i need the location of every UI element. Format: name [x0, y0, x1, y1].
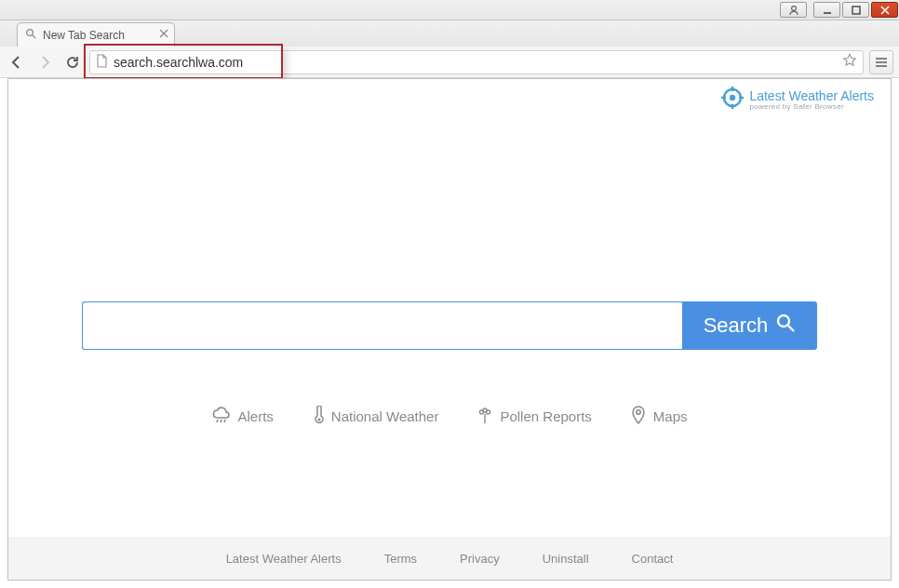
search-input[interactable] [82, 301, 682, 350]
svg-line-6 [33, 35, 35, 38]
thermometer-icon [313, 406, 324, 427]
footer-link[interactable]: Contact [632, 552, 674, 566]
forward-button[interactable] [34, 51, 56, 74]
svg-point-25 [480, 410, 484, 414]
quick-links: Alerts National Weather Pollen Reports M… [211, 406, 687, 427]
page-icon [96, 54, 108, 71]
svg-point-23 [317, 418, 320, 421]
browser-tab[interactable]: New Tab Search [17, 22, 175, 47]
svg-line-20 [217, 420, 218, 422]
svg-line-19 [788, 326, 794, 331]
footer-link[interactable]: Privacy [460, 552, 500, 566]
search-bar: Search [82, 301, 817, 350]
svg-point-0 [791, 6, 796, 10]
brand-logo[interactable]: Latest Weather Alerts powered by Safer B… [721, 87, 874, 113]
svg-point-13 [730, 95, 735, 100]
target-icon [721, 87, 744, 113]
quicklink-label: Pollen Reports [500, 408, 591, 424]
user-icon[interactable] [780, 2, 807, 18]
footer-link[interactable]: Terms [384, 552, 417, 566]
brand-title: Latest Weather Alerts [749, 89, 874, 102]
quicklink-national-weather[interactable]: National Weather [313, 406, 439, 427]
tab-strip: New Tab Search [0, 20, 899, 47]
pin-icon [631, 406, 646, 427]
svg-rect-2 [852, 7, 860, 14]
quicklink-alerts[interactable]: Alerts [211, 407, 273, 426]
cloud-icon [211, 407, 230, 426]
browser-toolbar: search.searchlwa.com [0, 47, 899, 78]
quicklink-label: Maps [653, 408, 688, 424]
close-window-button[interactable] [871, 2, 898, 18]
footer-link[interactable]: Latest Weather Alerts [226, 552, 342, 566]
maximize-button[interactable] [842, 2, 869, 18]
svg-point-5 [27, 29, 34, 35]
search-icon [775, 313, 796, 339]
svg-point-18 [778, 315, 789, 327]
reload-button[interactable] [61, 51, 84, 74]
tab-title: New Tab Search [43, 29, 125, 42]
svg-point-26 [487, 410, 490, 414]
svg-line-22 [224, 420, 225, 422]
close-tab-button[interactable] [159, 28, 168, 41]
search-button-label: Search [704, 314, 769, 338]
search-button[interactable]: Search [682, 301, 817, 350]
footer-link[interactable]: Uninstall [543, 552, 589, 566]
page-content: Latest Weather Alerts powered by Safer B… [7, 78, 892, 581]
brand-subtitle: powered by Safer Browser [749, 102, 874, 111]
quicklink-maps[interactable]: Maps [631, 406, 688, 427]
quicklink-label: National Weather [331, 408, 439, 424]
svg-line-21 [221, 420, 221, 422]
flower-icon [477, 406, 492, 427]
bookmark-star-icon[interactable] [842, 53, 857, 71]
address-bar[interactable]: search.searchlwa.com [89, 50, 864, 74]
window-titlebar [0, 0, 899, 20]
quicklink-pollen-reports[interactable]: Pollen Reports [477, 406, 591, 427]
svg-point-28 [637, 409, 640, 413]
quicklink-label: Alerts [237, 408, 273, 424]
magnifier-icon [25, 28, 37, 43]
back-button[interactable] [6, 51, 28, 74]
footer: Latest Weather Alerts Terms Privacy Unin… [8, 537, 891, 580]
url-text: search.searchlwa.com [114, 55, 842, 70]
minimize-button[interactable] [813, 2, 840, 18]
menu-button[interactable] [869, 50, 893, 74]
